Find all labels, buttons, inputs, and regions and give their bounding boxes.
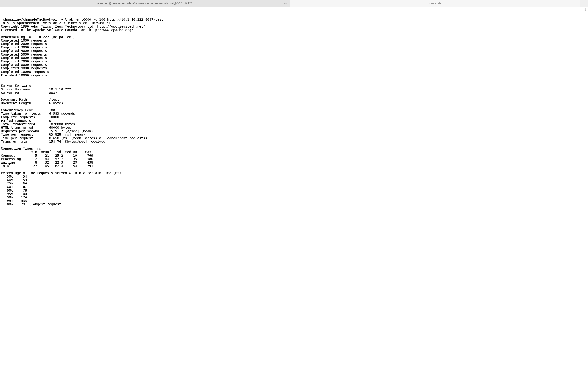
right-bracket-decor: ]	[585, 7, 587, 11]
plus-icon: +	[583, 1, 586, 6]
tab-inactive-title: ~ — -zsh	[429, 2, 441, 5]
tab-active[interactable]: ~ — omt@dev-server: /data/www/node_serve…	[0, 0, 290, 7]
tab-inactive[interactable]: ~ — -zsh	[290, 0, 580, 7]
term-content: [changxiao@changdeMacBook-Air ~ % ab -n …	[1, 18, 587, 206]
terminal-output[interactable]: ] [changxiao@changdeMacBook-Air ~ % ab -…	[0, 7, 588, 367]
tab-overflow-icon[interactable]: ···	[284, 2, 288, 5]
tab-active-title: ~ — omt@dev-server: /data/www/node_serve…	[97, 2, 193, 5]
tab-bar: ~ — omt@dev-server: /data/www/node_serve…	[0, 0, 588, 7]
new-tab-button[interactable]: +	[580, 0, 588, 7]
